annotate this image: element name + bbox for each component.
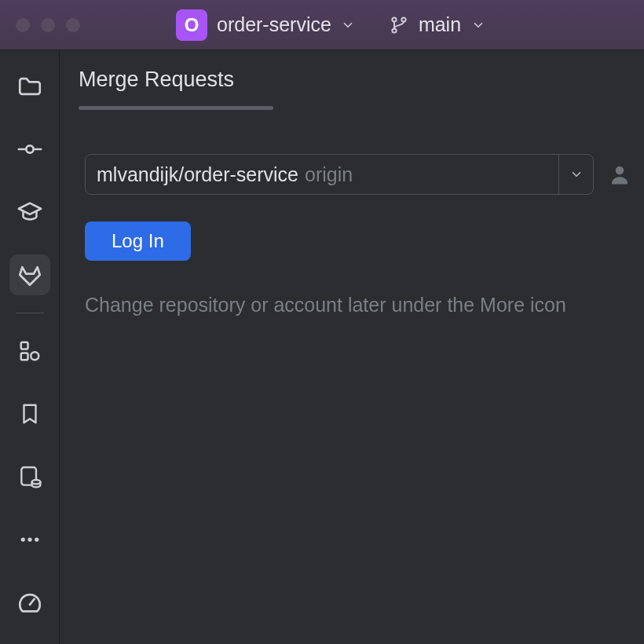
toolstrip-divider: [16, 313, 44, 313]
branch-name: main: [419, 13, 461, 36]
svg-line-14: [30, 599, 35, 605]
svg-rect-7: [20, 353, 27, 360]
repository-dropdown-trigger[interactable]: [558, 155, 593, 194]
window-controls: [16, 18, 80, 32]
repository-path: mlvandijk/order-service: [97, 163, 298, 186]
minimize-window-icon[interactable]: [41, 18, 55, 32]
tablet-database-icon: [17, 464, 42, 489]
more-tool[interactable]: [9, 519, 50, 560]
hint-text: Change repository or account later under…: [85, 294, 636, 317]
svg-point-3: [26, 145, 33, 152]
login-button[interactable]: Log In: [85, 221, 191, 261]
bookmarks-tool[interactable]: [9, 393, 50, 434]
structure-tool[interactable]: [9, 331, 50, 371]
commit-tool[interactable]: [9, 129, 50, 170]
maximize-window-icon[interactable]: [66, 18, 80, 32]
panel-header: Merge Requests: [60, 50, 644, 110]
chevron-down-icon: [569, 167, 584, 181]
graduation-cap-icon: [16, 199, 43, 225]
repository-selector[interactable]: mlvandijk/order-service origin: [85, 154, 594, 195]
svg-point-8: [31, 352, 38, 360]
folder-icon: [16, 73, 43, 100]
svg-rect-6: [20, 342, 27, 349]
repository-remote: origin: [305, 163, 353, 186]
structure-icon: [18, 339, 42, 363]
body: Merge Requests mlvandijk/order-service o…: [0, 50, 644, 644]
left-toolstrip: [0, 50, 60, 644]
bookmark-icon: [18, 401, 42, 427]
gauge-icon: [16, 589, 43, 616]
panel-title: Merge Requests: [79, 68, 625, 106]
branch-selector[interactable]: main: [390, 13, 485, 36]
chevron-down-icon: [471, 18, 485, 32]
database-tool[interactable]: [9, 456, 50, 497]
svg-point-15: [616, 166, 624, 175]
git-commit-icon: [16, 136, 43, 163]
learn-tool[interactable]: [9, 192, 50, 232]
gitlab-icon: [16, 262, 43, 288]
panel-content: mlvandijk/order-service origin Log In: [60, 110, 644, 317]
project-badge: O: [176, 9, 207, 41]
gitlab-tool[interactable]: [9, 254, 50, 295]
close-window-icon[interactable]: [16, 18, 30, 32]
more-horizontal-icon: [18, 528, 42, 551]
titlebar: O order-service main: [0, 0, 644, 50]
git-branch-icon: [390, 16, 408, 35]
svg-point-12: [27, 537, 31, 541]
merge-requests-panel: Merge Requests mlvandijk/order-service o…: [60, 50, 644, 644]
svg-point-13: [35, 537, 38, 541]
chevron-down-icon: [341, 18, 355, 32]
dashboard-tool[interactable]: [9, 582, 50, 623]
project-selector[interactable]: O order-service: [176, 9, 355, 41]
repository-row: mlvandijk/order-service origin: [85, 154, 636, 195]
project-tool[interactable]: [9, 66, 50, 107]
account-button[interactable]: [608, 163, 631, 186]
svg-point-11: [20, 537, 24, 541]
project-name: order-service: [217, 13, 331, 36]
